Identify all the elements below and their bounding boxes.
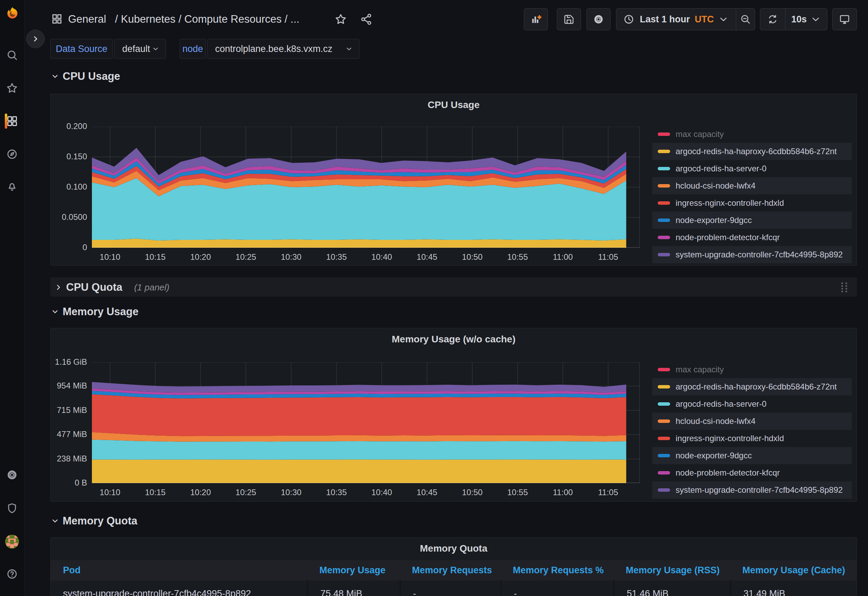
x-axis-tick-label: 10:20 [177,252,225,262]
section-header-memory-quota[interactable]: Memory Quota [51,515,137,527]
refresh-button[interactable] [760,9,785,30]
panel-title[interactable]: Memory Quota [50,543,857,554]
table-column-header[interactable]: Pod [50,560,307,581]
legend-item[interactable]: max capacity [652,361,852,378]
timezone-label: UTC [695,14,714,25]
x-axis-tick-label: 10:30 [267,252,315,262]
legend-swatch [658,419,670,423]
legend-item[interactable]: node-exporter-9dgcc [652,447,852,464]
legend-item[interactable]: system-upgrade-controller-7cfb4c4995-8p8… [652,246,852,263]
panel-title[interactable]: Memory Usage (w/o cache) [50,334,857,345]
table-column-header[interactable]: Memory Usage (RSS) [613,560,730,581]
legend-item[interactable]: node-problem-detector-kfcqr [652,464,852,481]
cpu-usage-chart[interactable] [92,127,640,248]
section-title: CPU Usage [63,70,120,83]
table-cell: system-upgrade-controller-7cfb4c4995-8p8… [50,580,307,596]
legend-item[interactable]: hcloud-csi-node-lwfx4 [652,413,852,430]
section-header-cpu-usage[interactable]: CPU Usage [51,70,120,83]
settings-gear-icon[interactable] [6,469,18,481]
variable-select-node[interactable]: controlplane.bee.k8s.vxm.cz [207,39,359,59]
refresh-interval-label: 10s [791,14,807,25]
zoom-out-time-button[interactable] [736,9,755,30]
x-axis-tick-label: 10:35 [312,252,360,262]
star-dashboard-icon[interactable] [335,13,347,25]
legend-item[interactable]: argocd-redis-ha-haproxy-6cdbb584b6-z72nt [652,378,852,395]
sidebar-expand-toggle[interactable] [26,30,45,48]
x-axis-tick-label: 10:45 [403,252,451,262]
table-column-header[interactable]: Memory Usage (Cache) [730,560,857,581]
time-range-picker[interactable]: Last 1 hour UTC [616,9,736,30]
legend-item[interactable]: ingress-nginx-controller-hdxld [652,430,852,447]
alerting-bell-icon[interactable] [6,181,18,192]
explore-compass-icon[interactable] [6,148,18,160]
y-axis-tick-label: 1.16 GiB [35,357,87,367]
legend-item[interactable]: argocd-redis-ha-server-0 [652,395,852,413]
section-title: Memory Quota [63,515,137,527]
variable-select-datasource[interactable]: default [114,39,166,59]
time-range-label: Last 1 hour [640,14,690,25]
x-axis-tick-label: 10:25 [221,488,270,497]
dashboard-settings-button[interactable] [586,8,611,30]
table-column-header[interactable]: Memory Usage [307,560,400,581]
search-icon[interactable] [6,49,18,61]
share-icon[interactable] [360,13,372,25]
clock-icon [623,14,634,25]
table-column-header[interactable]: Memory Requests [400,560,500,581]
series-ingress-nginx-controller-hdxld [92,394,626,436]
section-row-cpu-quota[interactable]: CPU Quota (1 panel) [50,277,857,297]
chevron-down-icon [51,72,59,81]
legend-item[interactable]: system-upgrade-controller-7cfb4c4995-8p8… [652,481,852,499]
table-header-row: PodMemory UsageMemory RequestsMemory Req… [50,560,857,581]
y-axis-tick-label: 477 MiB [35,429,87,439]
panel-title[interactable]: CPU Usage [50,99,857,111]
legend-label: node-problem-detector-kfcqr [676,468,780,478]
admin-shield-icon[interactable] [6,502,18,514]
x-axis-tick-label: 10:50 [448,252,496,262]
table-cell: 75.48 MiB [307,580,400,596]
cpu-legend: max capacityargocd-redis-ha-haproxy-6cdb… [652,125,852,263]
help-icon[interactable] [6,568,18,580]
starred-nav-icon[interactable] [6,82,18,94]
user-avatar[interactable] [4,534,20,549]
legend-item[interactable]: hcloud-csi-node-lwfx4 [652,177,852,195]
legend-label: system-upgrade-controller-7cfb4c4995-8p8… [676,485,843,495]
drag-handle[interactable] [839,281,849,294]
refresh-group: 10s [760,8,827,30]
x-axis-tick-label: 11:00 [539,252,587,262]
table-cell: - [400,580,500,596]
chevron-right-icon [55,283,63,291]
legend-label: argocd-redis-ha-server-0 [676,399,766,409]
chevron-down-icon [718,14,729,25]
legend-item[interactable]: node-exporter-9dgcc [652,212,852,229]
legend-label: hcloud-csi-node-lwfx4 [676,181,756,190]
kiosk-mode-button[interactable] [832,8,857,30]
legend-swatch [658,454,670,457]
legend-label: argocd-redis-ha-haproxy-6cdbb584b6-z72nt [676,147,837,156]
add-panel-button[interactable] [524,8,548,30]
legend-item[interactable]: argocd-redis-ha-server-0 [652,160,852,177]
section-header-memory-usage[interactable]: Memory Usage [51,305,139,318]
legend-item[interactable]: max capacity [652,125,852,143]
variable-label-datasource: Data Source [50,39,113,59]
legend-label: node-problem-detector-kfcqr [676,233,780,242]
breadcrumb-root[interactable]: General [68,13,106,25]
grafana-logo[interactable] [5,6,20,21]
dashboards-nav-icon[interactable] [6,115,18,127]
legend-label: max capacity [676,129,724,139]
legend-item[interactable]: argocd-redis-ha-haproxy-6cdbb584b6-z72nt [652,143,852,160]
x-axis-tick-label: 11:05 [584,252,632,262]
variable-label-node: node [180,39,206,59]
y-axis-tick-label: 0.0500 [35,212,87,222]
legend-item[interactable]: node-problem-detector-kfcqr [652,229,852,246]
legend-swatch [658,236,670,239]
legend-swatch [658,368,670,371]
memory-quota-panel: Memory Quota PodMemory UsageMemory Reque… [50,537,857,596]
refresh-interval-select[interactable]: 10s [785,9,827,30]
legend-label: ingress-nginx-controller-hdxld [676,198,784,208]
legend-item[interactable]: ingress-nginx-controller-hdxld [652,195,852,212]
series-argocd-redis-ha-haproxy-6cdbb584b6-z72nt [92,459,626,483]
legend-swatch [658,218,670,222]
table-column-header[interactable]: Memory Requests % [500,560,613,581]
save-dashboard-button[interactable] [557,8,581,30]
memory-usage-chart[interactable] [92,362,640,483]
